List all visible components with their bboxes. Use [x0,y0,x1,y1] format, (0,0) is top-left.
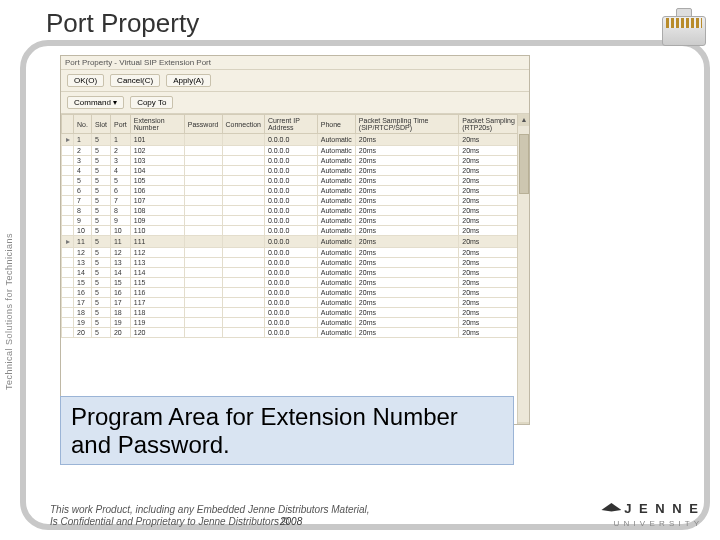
table-cell[interactable]: 111 [130,236,184,248]
table-cell[interactable]: Automatic [317,216,355,226]
table-cell[interactable]: Automatic [317,308,355,318]
table-cell[interactable]: 3 [74,156,92,166]
table-cell[interactable]: 17 [110,298,130,308]
table-cell[interactable]: 107 [130,196,184,206]
table-row[interactable]: 125121120.0.0.0Automatic20ms20ms [62,248,529,258]
column-header[interactable]: Port [110,115,130,134]
table-cell[interactable]: 0.0.0.0 [264,248,317,258]
table-cell[interactable] [222,134,264,146]
table-cell[interactable]: Automatic [317,248,355,258]
table-cell[interactable]: Automatic [317,258,355,268]
column-header[interactable]: Current IP Address [264,115,317,134]
table-cell[interactable] [62,216,74,226]
table-cell[interactable]: Automatic [317,146,355,156]
table-cell[interactable]: 1 [110,134,130,146]
table-row[interactable]: 155151150.0.0.0Automatic20ms20ms [62,278,529,288]
table-cell[interactable]: 0.0.0.0 [264,186,317,196]
table-cell[interactable]: Automatic [317,196,355,206]
table-cell[interactable]: 0.0.0.0 [264,176,317,186]
table-cell[interactable]: 0.0.0.0 [264,134,317,146]
table-cell[interactable] [222,268,264,278]
table-cell[interactable] [184,318,222,328]
table-cell[interactable]: 18 [110,308,130,318]
table-cell[interactable]: 103 [130,156,184,166]
table-cell[interactable]: 5 [91,288,110,298]
table-row[interactable]: ▸115111110.0.0.0Automatic20ms20ms [62,236,529,248]
column-header[interactable]: Connection [222,115,264,134]
table-cell[interactable] [184,146,222,156]
table-cell[interactable]: 0.0.0.0 [264,268,317,278]
table-cell[interactable]: 113 [130,258,184,268]
table-cell[interactable] [222,176,264,186]
table-cell[interactable] [184,258,222,268]
table-cell[interactable]: 20ms [355,146,458,156]
table-cell[interactable]: 13 [74,258,92,268]
table-cell[interactable]: Automatic [317,206,355,216]
table-cell[interactable] [222,196,264,206]
table-cell[interactable] [184,206,222,216]
table-cell[interactable]: 11 [74,236,92,248]
table-cell[interactable]: 11 [110,236,130,248]
table-cell[interactable]: 0.0.0.0 [264,278,317,288]
scroll-down-arrow-icon[interactable]: ▼ [518,422,529,425]
scroll-up-arrow-icon[interactable]: ▲ [518,114,529,126]
table-cell[interactable] [184,166,222,176]
table-cell[interactable]: 4 [74,166,92,176]
table-cell[interactable] [222,156,264,166]
table-cell[interactable]: 20ms [355,258,458,268]
table-cell[interactable]: 5 [91,236,110,248]
table-cell[interactable]: 20ms [355,288,458,298]
table-cell[interactable]: 20ms [355,226,458,236]
table-row[interactable]: ▸1511010.0.0.0Automatic20ms20ms [62,134,529,146]
table-cell[interactable]: 0.0.0.0 [264,196,317,206]
table-cell[interactable]: 5 [91,226,110,236]
table-cell[interactable]: 5 [91,308,110,318]
table-cell[interactable] [62,308,74,318]
table-cell[interactable] [184,156,222,166]
table-row[interactable]: 165161160.0.0.0Automatic20ms20ms [62,288,529,298]
table-cell[interactable]: 5 [91,186,110,196]
table-cell[interactable] [222,166,264,176]
table-cell[interactable]: 108 [130,206,184,216]
table-row[interactable]: 205201200.0.0.0Automatic20ms20ms [62,328,529,338]
table-cell[interactable]: 117 [130,298,184,308]
table-cell[interactable] [62,176,74,186]
table-row[interactable]: 135131130.0.0.0Automatic20ms20ms [62,258,529,268]
table-cell[interactable]: 19 [110,318,130,328]
table-cell[interactable] [222,206,264,216]
table-cell[interactable] [184,248,222,258]
table-row[interactable]: 8581080.0.0.0Automatic20ms20ms [62,206,529,216]
table-cell[interactable]: 4 [110,166,130,176]
table-cell[interactable]: 5 [91,278,110,288]
table-cell[interactable]: Automatic [317,156,355,166]
table-cell[interactable] [184,278,222,288]
table-row[interactable]: 9591090.0.0.0Automatic20ms20ms [62,216,529,226]
table-cell[interactable] [62,248,74,258]
table-row[interactable]: 2521020.0.0.0Automatic20ms20ms [62,146,529,156]
table-cell[interactable]: 5 [91,216,110,226]
table-cell[interactable]: 5 [91,176,110,186]
table-cell[interactable]: 3 [110,156,130,166]
table-cell[interactable] [62,278,74,288]
table-cell[interactable]: 20ms [355,328,458,338]
table-cell[interactable]: 20ms [355,134,458,146]
table-cell[interactable] [62,258,74,268]
column-header[interactable]: No. [74,115,92,134]
table-row[interactable]: 7571070.0.0.0Automatic20ms20ms [62,196,529,206]
table-cell[interactable]: 5 [91,156,110,166]
table-cell[interactable] [62,318,74,328]
table-cell[interactable] [184,196,222,206]
table-cell[interactable]: ▸ [62,236,74,248]
table-cell[interactable]: 5 [91,248,110,258]
table-cell[interactable] [222,288,264,298]
table-cell[interactable]: 7 [74,196,92,206]
table-cell[interactable]: 0.0.0.0 [264,308,317,318]
vertical-scrollbar[interactable]: ▲ ▼ [517,114,529,425]
table-cell[interactable]: 20 [74,328,92,338]
table-cell[interactable]: Automatic [317,288,355,298]
table-cell[interactable]: Automatic [317,268,355,278]
table-cell[interactable]: Automatic [317,318,355,328]
table-cell[interactable] [184,298,222,308]
command-dropdown[interactable]: Command ▾ [67,96,124,109]
table-cell[interactable] [62,186,74,196]
